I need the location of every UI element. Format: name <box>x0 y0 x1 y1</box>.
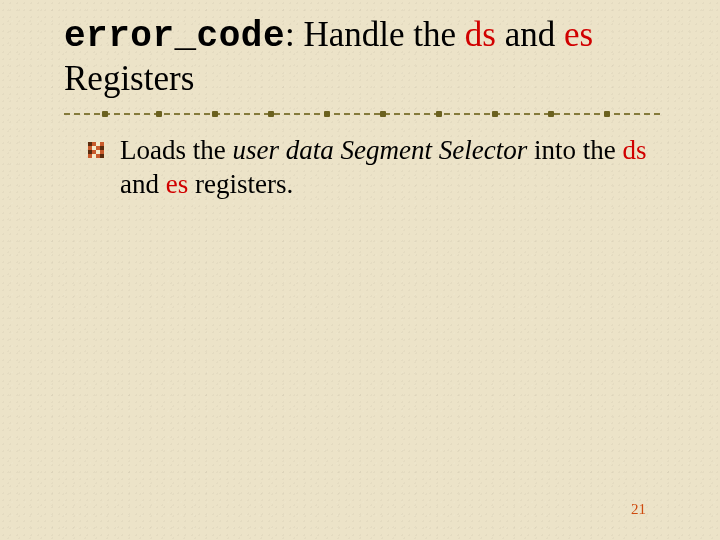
title-text-2: and <box>496 15 564 54</box>
title-code-token: error_code <box>64 16 285 57</box>
divider-dots <box>64 111 660 117</box>
title-text-3: Registers <box>64 59 194 98</box>
bullet-text-1: Loads the <box>120 135 232 165</box>
bullet-icon <box>88 142 104 158</box>
bullet-text-4: registers. <box>188 169 293 199</box>
bullet-reg-es: es <box>166 169 189 199</box>
bullet-text-italic: user data Segment Selector <box>232 135 527 165</box>
bullet-item: Loads the user data Segment Selector int… <box>88 134 658 202</box>
title-reg-ds: ds <box>465 15 496 54</box>
slide-title: error_code: Handle the ds and es Registe… <box>64 14 664 100</box>
title-text-1: : Handle the <box>285 15 465 54</box>
slide: error_code: Handle the ds and es Registe… <box>0 0 720 540</box>
title-reg-es: es <box>564 15 593 54</box>
slide-body: Loads the user data Segment Selector int… <box>88 134 658 202</box>
page-number: 21 <box>631 501 646 518</box>
bullet-text-2: into the <box>527 135 622 165</box>
title-divider <box>64 108 660 118</box>
bullet-reg-ds: ds <box>622 135 646 165</box>
bullet-text-3: and <box>120 169 166 199</box>
